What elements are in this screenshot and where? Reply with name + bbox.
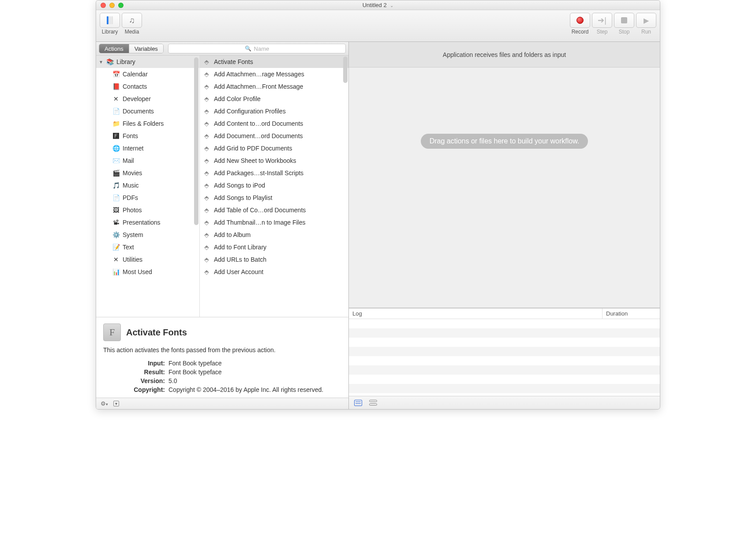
duration-column-header[interactable]: Duration <box>603 308 660 319</box>
minimize-window-button[interactable] <box>109 3 115 8</box>
disclosure-triangle-icon[interactable]: ▼ <box>99 60 103 64</box>
action-icon: ⬘ <box>202 169 211 177</box>
action-icon: ⬘ <box>202 70 211 78</box>
category-item[interactable]: 📄Documents <box>96 105 199 117</box>
log-view-button[interactable] <box>354 400 362 406</box>
category-item[interactable]: ⚙️System <box>96 229 199 241</box>
category-item[interactable]: 🎵Music <box>96 179 199 192</box>
action-item[interactable]: ⬘Add Songs to Playlist <box>200 192 348 204</box>
action-item[interactable]: ⬘Add Attachmen…rage Messages <box>200 68 348 80</box>
toolbar: Library ♫ Media Record ➔| Step Stop <box>96 10 660 42</box>
action-icon: ⬘ <box>202 194 211 202</box>
action-icon: ⬘ <box>202 218 211 226</box>
action-item[interactable]: ⬘Add Grid to PDF Documents <box>200 142 348 154</box>
category-item[interactable]: 🅵Fonts <box>96 130 199 142</box>
category-icon: ⚙️ <box>112 231 120 239</box>
tab-actions[interactable]: Actions <box>99 44 129 53</box>
zoom-window-button[interactable] <box>118 3 124 8</box>
category-list[interactable]: ▼ 📚 Library 📅Calendar📕Contacts✕Developer… <box>96 56 200 317</box>
stop-button[interactable] <box>614 13 634 28</box>
flow-view-button[interactable] <box>369 400 377 406</box>
category-item[interactable]: ✕Utilities <box>96 253 199 266</box>
window-title: Untitled 2 <box>363 2 387 8</box>
action-description-panel: F Activate Fonts This action activates t… <box>96 317 348 398</box>
action-icon: ⬘ <box>202 181 211 189</box>
action-label: Add Attachmen…Front Message <box>214 83 303 90</box>
category-label: Most Used <box>123 268 152 275</box>
media-toolbar-button[interactable]: ♫ <box>122 13 142 28</box>
category-item[interactable]: 📄PDFs <box>96 192 199 204</box>
meta-version-value: 5.0 <box>168 377 341 384</box>
action-icon: ⬘ <box>202 83 211 90</box>
action-icon: ⬘ <box>202 58 211 66</box>
category-icon: 🖼 <box>112 206 120 214</box>
category-label: Utilities <box>123 256 142 263</box>
record-button[interactable] <box>570 13 590 28</box>
actions-list[interactable]: ⬘Activate Fonts⬘Add Attachmen…rage Messa… <box>200 56 348 317</box>
category-icon: 📁 <box>112 120 120 128</box>
play-icon: ▶ <box>644 16 649 25</box>
action-item[interactable]: ⬘Add Document…ord Documents <box>200 130 348 142</box>
category-item[interactable]: 📽Presentations <box>96 216 199 229</box>
category-label: Documents <box>123 108 154 115</box>
meta-result-key: Result: <box>103 369 165 376</box>
action-item[interactable]: ⬘Add to Font Library <box>200 241 348 253</box>
action-item[interactable]: ⬘Add Packages…st-Install Scripts <box>200 167 348 179</box>
category-item[interactable]: 📁Files & Folders <box>96 117 199 130</box>
run-button[interactable]: ▶ <box>636 13 656 28</box>
workflow-canvas[interactable]: Drag actions or files here to build your… <box>349 68 660 308</box>
category-item[interactable]: 📅Calendar <box>96 68 199 80</box>
search-field[interactable]: 🔍 Name <box>168 44 346 53</box>
category-item[interactable]: ✕Developer <box>96 93 199 105</box>
scrollbar[interactable] <box>194 57 198 225</box>
title-chevron-icon[interactable]: ⌄ <box>390 3 393 8</box>
tab-variables[interactable]: Variables <box>129 44 163 53</box>
action-item[interactable]: ⬘Activate Fonts <box>200 56 348 68</box>
run-label: Run <box>641 29 651 35</box>
action-item[interactable]: ⬘Add Configuration Profiles <box>200 105 348 117</box>
workflow-input-text: Application receives files and folders a… <box>443 51 566 58</box>
library-sidebar: Actions Variables 🔍 Name ▼ 📚 Library 📅Ca… <box>96 42 349 409</box>
action-label: Add Songs to Playlist <box>214 194 272 201</box>
category-item[interactable]: 🖼Photos <box>96 204 199 216</box>
category-item[interactable]: ✉️Mail <box>96 154 199 167</box>
action-item[interactable]: ⬘Add to Album <box>200 229 348 241</box>
category-icon: ✕ <box>112 256 120 263</box>
action-item[interactable]: ⬘Add Content to…ord Documents <box>200 117 348 130</box>
gear-menu-button[interactable]: ⚙︎▾ <box>101 400 108 407</box>
category-icon: 🎬 <box>112 169 120 177</box>
action-item[interactable]: ⬘Add Color Profile <box>200 93 348 105</box>
library-root[interactable]: ▼ 📚 Library <box>96 56 199 68</box>
action-item[interactable]: ⬘Add URLs to Batch <box>200 253 348 266</box>
category-item[interactable]: 🎬Movies <box>96 167 199 179</box>
category-item[interactable]: 🌐Internet <box>96 142 199 154</box>
action-item[interactable]: ⬘Add Songs to iPod <box>200 179 348 192</box>
category-icon: ✕ <box>112 95 120 103</box>
category-label: Photos <box>123 207 142 214</box>
action-item[interactable]: ⬘Add Table of Co…ord Documents <box>200 204 348 216</box>
stop-label: Stop <box>619 29 630 35</box>
category-item[interactable]: 📕Contacts <box>96 80 199 93</box>
action-item[interactable]: ⬘Add User Account <box>200 266 348 278</box>
sidebar-tabs: Actions Variables 🔍 Name <box>96 42 348 56</box>
category-item[interactable]: 📝Text <box>96 241 199 253</box>
category-label: Internet <box>123 145 143 152</box>
toggle-description-button[interactable]: ▾ <box>113 401 119 406</box>
scrollbar[interactable] <box>343 56 348 83</box>
action-label: Add Packages…st-Install Scripts <box>214 169 303 177</box>
action-icon: ⬘ <box>202 256 211 263</box>
category-item[interactable]: 📊Most Used <box>96 266 199 278</box>
category-icon: 🌐 <box>112 144 120 152</box>
library-toolbar-button[interactable] <box>100 13 120 28</box>
close-window-button[interactable] <box>101 3 106 8</box>
step-button[interactable]: ➔| <box>592 13 612 28</box>
library-icon <box>107 16 113 24</box>
action-item[interactable]: ⬘Add Attachmen…Front Message <box>200 80 348 93</box>
action-item[interactable]: ⬘Add Thumbnail…n to Image Files <box>200 216 348 229</box>
workflow-input-banner[interactable]: Application receives files and folders a… <box>349 42 660 68</box>
log-column-header[interactable]: Log <box>349 308 603 319</box>
action-item[interactable]: ⬘Add New Sheet to Workbooks <box>200 154 348 167</box>
category-icon: 📝 <box>112 243 120 251</box>
category-icon: 📕 <box>112 83 120 90</box>
action-label: Add Songs to iPod <box>214 182 265 189</box>
